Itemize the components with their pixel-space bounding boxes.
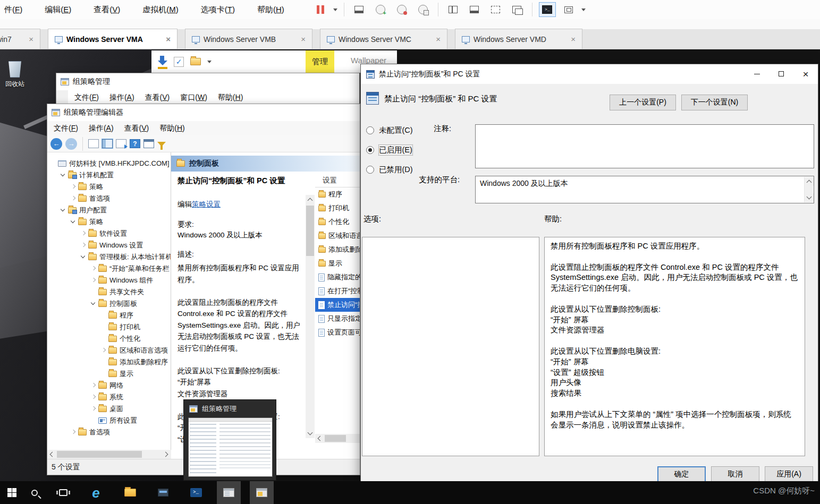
collapsed-chevron-icon[interactable] [70,429,77,436]
unity-mode-button[interactable] [487,2,504,17]
ctrl-alt-del-button[interactable] [351,2,368,17]
scroll-down-icon[interactable] [306,429,315,438]
document-icon[interactable] [88,139,99,148]
help-button[interactable]: ? [130,139,140,148]
filter-button[interactable] [157,142,166,147]
vmware-menu-编辑(E)[interactable]: 编辑(E) [40,0,75,19]
tree-item-“开始”菜单和任务栏[interactable]: “开始”菜单和任务栏 [47,263,171,275]
setting-item-禁止访问“控制面板”和 PC 设置[interactable]: 禁止访问“控制面板”和 PC 设置 [315,298,360,312]
radio-circle-icon[interactable] [366,166,374,174]
scroll-up-icon[interactable] [805,177,814,186]
setting-item-添加或删除程序[interactable]: 添加或删除程序 [315,243,360,257]
setting-item-打印机[interactable]: 打印机 [315,201,360,215]
setting-item-在打开“控制面板”时始终打开所有“控制面板”项[interactable]: 在打开“控制面板”时始终打开所有“控制面板”项 [315,284,360,298]
tree-item-区域和语言选项[interactable]: 区域和语言选项 [47,345,171,356]
tab-close-icon[interactable]: × [436,35,441,43]
setting-item-设置页面可见性[interactable]: 设置页面可见性 [315,326,360,339]
tree-item-首选项[interactable]: 首选项 [47,193,171,204]
scroll-left-icon[interactable] [315,434,324,443]
manage-menu-item[interactable]: 管理 [306,50,334,73]
snapshot-manager-button[interactable] [415,2,432,17]
setting-item-只显示指定的“控制面板”项[interactable]: 只显示指定的“控制面板”项 [315,312,360,326]
tree-item-首选项[interactable]: 首选项 [47,426,171,438]
collapsed-chevron-icon[interactable] [90,405,97,413]
dialog-titlebar[interactable]: 禁止访问“控制面板”和 PC 设置 × [361,64,818,84]
forward-button[interactable]: → [65,138,77,150]
description-scrollbar[interactable] [306,195,315,438]
show-library-button[interactable] [445,2,462,17]
server-manager-button[interactable] [151,481,175,504]
collapsed-chevron-icon[interactable] [90,265,97,272]
tree-item-显示[interactable]: 显示 [47,368,171,380]
collapsed-chevron-icon[interactable] [70,183,77,191]
checklist-icon[interactable]: ✓ [174,57,184,67]
editor-titlebar[interactable]: 组策略管理编辑器 [47,104,360,121]
previous-setting-button[interactable]: 上一个设置(P) [610,95,676,110]
scroll-up-icon[interactable] [306,195,315,204]
tree-item-添加或删除程序[interactable]: 添加或删除程序 [47,356,171,368]
editor-menu-操作(A)[interactable]: 操作(A) [83,121,119,135]
tree-item-管理模板: 从本地计算机检索的策略定义[interactable]: 管理模板: 从本地计算机检索的策略定义 [47,251,171,263]
tree-item-何妨科技 [VMB.HFKJPDC.COM] 策略[interactable]: 何妨科技 [VMB.HFKJPDC.COM] 策略 [47,158,171,169]
tree-item-所有设置[interactable]: 所有设置 [47,415,171,426]
tree-item-共享文件夹[interactable]: 共享文件夹 [47,286,171,298]
folder-icon[interactable] [190,58,201,65]
gpmc-menu-操作(A)[interactable]: 操作(A) [104,90,140,105]
vmware-menu-查看(V)[interactable]: 查看(V) [89,0,124,19]
tree-item-控制面板[interactable]: 控制面板 [47,298,171,310]
next-setting-button[interactable]: 下一个设置(N) [681,95,748,110]
setting-item-个性化[interactable]: 个性化 [315,215,360,229]
gpmc-window-thumbnail[interactable] [188,417,273,477]
collapsed-chevron-icon[interactable] [70,195,77,202]
take-snapshot-button[interactable] [372,2,389,17]
tab-Windows Server VMA[interactable]: Windows Server VMA× [48,29,177,49]
tab-close-icon[interactable]: × [166,35,171,43]
editor-menu-文件(F)[interactable]: 文件(F) [48,121,83,135]
tree-item-Windows 组件[interactable]: Windows 组件 [47,275,171,286]
powershell-button[interactable]: >_ [184,481,208,504]
revert-snapshot-button[interactable] [393,2,410,17]
expanded-chevron-icon[interactable] [90,300,97,307]
tree-hscrollbar[interactable] [47,450,171,459]
edit-policy-link[interactable]: 策略设置 [192,200,221,208]
tab-Windows Server VMC[interactable]: Windows Server VMC× [320,29,447,49]
options-panel[interactable] [362,237,539,456]
expanded-chevron-icon[interactable] [60,172,67,179]
tree-item-系统[interactable]: 系统 [47,391,171,403]
collapsed-chevron-icon[interactable] [90,277,97,284]
editor-menu-查看(V)[interactable]: 查看(V) [119,121,155,135]
scrollbar-thumb[interactable] [325,435,346,442]
fullscreen-button[interactable] [560,2,577,17]
vmware-menu-虚拟机(M)[interactable]: 虚拟机(M) [138,0,183,19]
tree-item-打印机[interactable]: 打印机 [47,321,171,333]
collapsed-chevron-icon[interactable] [80,242,87,249]
tree-item-桌面[interactable]: 桌面 [47,403,171,415]
internet-explorer-button[interactable]: e [84,481,108,504]
console-view-button[interactable]: >_ [539,2,556,17]
task-view-button[interactable] [51,481,75,504]
editor-menu-帮助(H)[interactable]: 帮助(H) [154,121,190,135]
search-button[interactable] [22,481,46,504]
settings-column-header[interactable]: 设置 [315,174,360,187]
export-list-button[interactable] [116,139,126,148]
scrollbar-thumb[interactable] [57,451,142,458]
show-console-tree-button[interactable] [102,139,113,148]
supported-on-box[interactable]: Windows 2000 及以上版本 [475,176,814,203]
download-arrow-icon[interactable] [158,56,167,67]
close-button[interactable]: × [793,64,818,83]
gpmc-taskbar-button[interactable] [217,481,241,504]
show-thumbnail-bar-button[interactable] [466,2,483,17]
expanded-chevron-icon[interactable] [60,207,67,214]
scroll-right-icon[interactable] [162,450,171,459]
scrollbar-thumb[interactable] [306,206,314,256]
collapsed-chevron-icon[interactable] [80,230,87,237]
tab-Windows Server VMD[interactable]: Windows Server VMD× [455,29,582,49]
view-mode-button[interactable] [143,139,154,148]
back-button[interactable]: ← [50,138,62,150]
radio-circle-icon[interactable] [366,146,374,154]
tab-win7[interactable]: win7× [0,29,40,49]
tree-item-Windows 设置[interactable]: Windows 设置 [47,240,171,251]
tree-item-程序[interactable]: 程序 [47,310,171,321]
mmc-taskbar-button[interactable] [250,481,274,504]
scroll-down-icon[interactable] [805,193,814,202]
